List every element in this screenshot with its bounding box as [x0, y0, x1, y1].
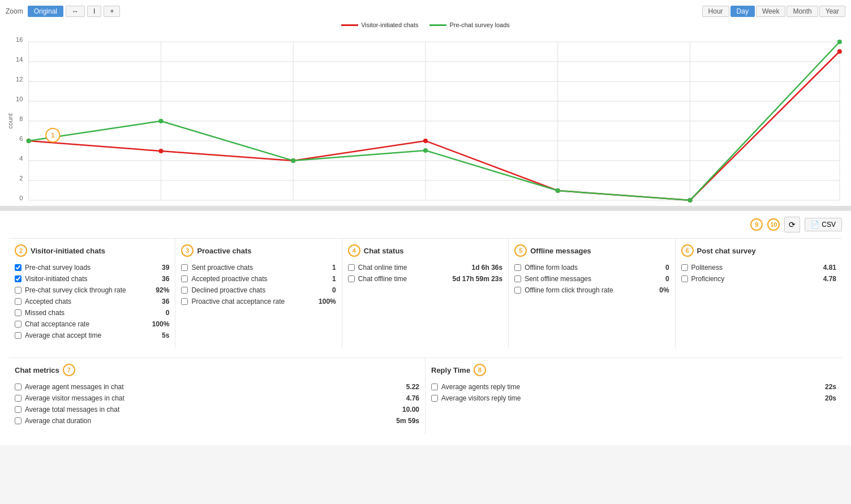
zoom-original-button[interactable]: Original: [28, 6, 63, 17]
list-item: Proficiency 4.78: [681, 275, 836, 283]
badge-9: 9: [750, 218, 763, 231]
stats-area: 9 10 ⟳ 📄 CSV 2 Visitor-initiated chats P…: [0, 211, 851, 445]
svg-text:10: 10: [16, 96, 23, 102]
badge-6: 6: [681, 244, 694, 257]
time-year-button[interactable]: Year: [819, 6, 845, 17]
avg-agent-messages-checkbox[interactable]: [15, 384, 22, 390]
stat-label: Chat acceptance rate: [25, 320, 149, 328]
svg-text:Jul 22, 2024: Jul 22, 2024: [822, 205, 845, 206]
time-day-button[interactable]: Day: [730, 6, 755, 17]
list-item: Accepted proactive chats 1: [181, 275, 336, 283]
badge-2: 2: [15, 244, 27, 257]
stat-label: Sent proactive chats: [191, 264, 329, 272]
svg-point-41: [27, 139, 31, 143]
stat-label: Offline form click through rate: [525, 286, 656, 294]
proficiency-checkbox[interactable]: [681, 275, 688, 282]
badge-10: 10: [767, 218, 780, 231]
stat-label: Average visitor messages in chat: [25, 394, 403, 402]
stat-value: 4.76: [406, 394, 419, 402]
chat-offline-time-checkbox[interactable]: [348, 275, 355, 282]
chat-metrics-section: Chat metrics 7 Average agent messages in…: [9, 358, 425, 434]
stat-label: Average chat accept time: [25, 331, 158, 339]
politeness-checkbox[interactable]: [681, 264, 688, 271]
stat-label: Accepted chats: [25, 298, 158, 305]
svg-text:Jul 16, 2024: Jul 16, 2024: [11, 205, 46, 206]
refresh-button[interactable]: ⟳: [784, 217, 800, 232]
list-item: Declined proactive chats 0: [181, 286, 336, 294]
svg-text:4: 4: [19, 155, 23, 162]
avg-visitor-messages-checkbox[interactable]: [15, 395, 22, 402]
chart-legend: Visitor-initiated chats Pre-chat survey …: [6, 21, 845, 28]
legend-line-green: [429, 24, 446, 26]
offline-messages-title: 5 Offline messages: [514, 244, 669, 257]
legend-label-visitor: Visitor-initiated chats: [361, 21, 418, 28]
declined-proactive-checkbox[interactable]: [181, 287, 188, 294]
svg-text:count: count: [7, 114, 14, 129]
prechat-clickthrough-checkbox[interactable]: [15, 287, 22, 294]
visitor-initiated-section: 2 Visitor-initiated chats Pre-chat surve…: [9, 239, 175, 348]
stat-label: Chat offline time: [358, 275, 449, 283]
stat-label: Average visitors reply time: [441, 394, 822, 402]
visitor-initiated-title: 2 Visitor-initiated chats: [15, 244, 169, 257]
sent-proactive-checkbox[interactable]: [181, 264, 188, 271]
chart-area: Zoom Original ↔ I + Hour Day Week Month …: [0, 0, 851, 208]
avg-visitors-reply-time-checkbox[interactable]: [431, 395, 438, 402]
chat-status-section: 4 Chat status Chat online time 1d 6h 36s…: [342, 239, 509, 348]
list-item: Offline form loads 0: [514, 264, 669, 272]
list-item: Politeness 4.81: [681, 264, 836, 272]
list-item: Proactive chat acceptance rate 100%: [181, 298, 336, 305]
stat-value: 92%: [156, 286, 169, 294]
reply-time-section: Reply Time 8 Average agents reply time 2…: [425, 358, 842, 434]
chat-online-time-checkbox[interactable]: [348, 264, 355, 271]
stat-label: Average chat duration: [25, 417, 393, 425]
stat-label: Offline form loads: [525, 264, 662, 272]
legend-prechat-survey: Pre-chat survey loads: [429, 21, 509, 28]
stat-label: Sent offline messages: [525, 275, 662, 283]
avg-agents-reply-time-checkbox[interactable]: [431, 384, 438, 390]
time-month-button[interactable]: Month: [786, 6, 818, 17]
chat-status-title: 4 Chat status: [348, 244, 502, 257]
visitor-initiated-chats-checkbox[interactable]: [15, 275, 22, 282]
stat-label: Proactive chat acceptance rate: [191, 298, 315, 305]
list-item: Average agent messages in chat 5.22: [15, 383, 419, 391]
svg-text:1: 1: [51, 132, 54, 139]
svg-text:8: 8: [19, 115, 23, 122]
stats-grid: 2 Visitor-initiated chats Pre-chat surve…: [9, 238, 842, 348]
csv-button[interactable]: 📄 CSV: [805, 218, 842, 231]
svg-point-42: [158, 119, 163, 123]
svg-point-46: [687, 198, 692, 203]
legend-visitor-initiated: Visitor-initiated chats: [341, 21, 418, 28]
zoom-fit-width-button[interactable]: ↔: [66, 6, 85, 17]
list-item: Average visitor messages in chat 4.76: [15, 394, 419, 402]
list-item: Average chat duration 5m 59s: [15, 417, 419, 425]
stat-value: 0: [665, 275, 669, 283]
prechat-survey-loads-checkbox[interactable]: [15, 264, 22, 271]
sent-offline-messages-checkbox[interactable]: [514, 275, 521, 282]
time-week-button[interactable]: Week: [756, 6, 785, 17]
offline-form-clickthrough-checkbox[interactable]: [514, 287, 521, 294]
stat-label: Declined proactive chats: [191, 286, 329, 294]
avg-chat-duration-checkbox[interactable]: [15, 417, 22, 424]
chat-acceptance-rate-checkbox[interactable]: [15, 321, 22, 328]
time-hour-button[interactable]: Hour: [702, 6, 729, 17]
accepted-proactive-checkbox[interactable]: [181, 275, 188, 282]
csv-label: CSV: [822, 221, 836, 229]
stat-value: 0: [332, 286, 336, 294]
offline-form-loads-checkbox[interactable]: [514, 264, 521, 271]
avg-total-messages-checkbox[interactable]: [15, 406, 22, 413]
list-item: Missed chats 0: [15, 309, 169, 317]
accepted-chats-checkbox[interactable]: [15, 298, 22, 305]
svg-text:14: 14: [16, 56, 23, 63]
zoom-fit-height-button[interactable]: I: [87, 6, 101, 17]
zoom-label: Zoom: [6, 7, 23, 15]
stat-label: Missed chats: [25, 309, 162, 317]
badge-4: 4: [348, 244, 360, 257]
list-item: Chat online time 1d 6h 36s: [348, 264, 502, 272]
proactive-acceptance-rate-checkbox[interactable]: [181, 298, 188, 305]
zoom-in-button[interactable]: +: [104, 6, 120, 17]
stat-value: 1d 6h 36s: [471, 264, 502, 272]
missed-chats-checkbox[interactable]: [15, 309, 22, 316]
legend-label-prechat: Pre-chat survey loads: [449, 21, 509, 28]
stat-label: Visitor-initiated chats: [25, 275, 158, 283]
avg-chat-accept-time-checkbox[interactable]: [15, 332, 22, 339]
